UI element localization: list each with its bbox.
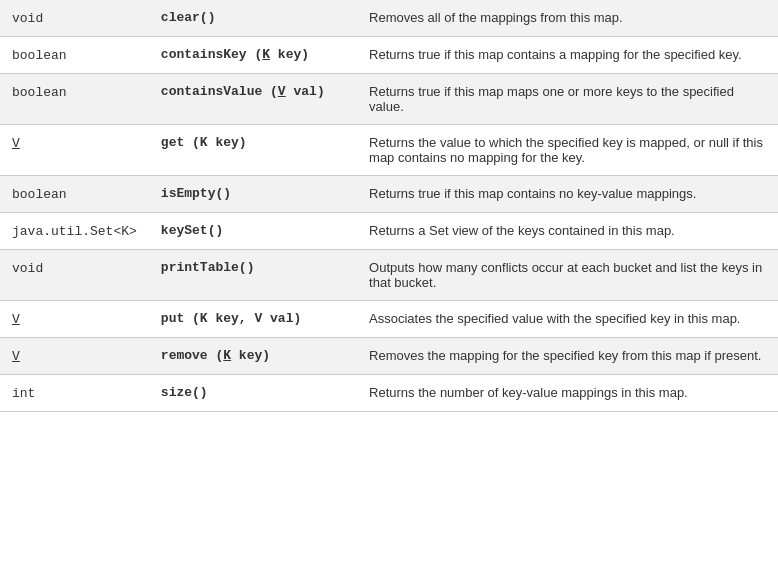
method-description: Removes the mapping for the specified ke… bbox=[357, 338, 778, 375]
table-row: java.util.Set<K>keySet()Returns a Set vi… bbox=[0, 213, 778, 250]
table-row: intsize()Returns the number of key-value… bbox=[0, 375, 778, 412]
return-type: boolean bbox=[0, 37, 149, 74]
table-row: voidclear()Removes all of the mappings f… bbox=[0, 0, 778, 37]
return-type: boolean bbox=[0, 74, 149, 125]
return-type: java.util.Set<K> bbox=[0, 213, 149, 250]
method-signature: get (K key) bbox=[149, 125, 357, 176]
table-row: Vput (K key, V val)Associates the specif… bbox=[0, 301, 778, 338]
method-description: Returns the value to which the specified… bbox=[357, 125, 778, 176]
table-row: booleancontainsKey (K key)Returns true i… bbox=[0, 37, 778, 74]
method-table: voidclear()Removes all of the mappings f… bbox=[0, 0, 778, 412]
return-type: void bbox=[0, 250, 149, 301]
method-description: Returns the number of key-value mappings… bbox=[357, 375, 778, 412]
return-type: V bbox=[0, 338, 149, 375]
method-signature: remove (K key) bbox=[149, 338, 357, 375]
method-description: Associates the specified value with the … bbox=[357, 301, 778, 338]
method-signature: printTable() bbox=[149, 250, 357, 301]
method-description: Outputs how many conflicts occur at each… bbox=[357, 250, 778, 301]
method-description: Returns true if this map contains no key… bbox=[357, 176, 778, 213]
table-row: voidprintTable()Outputs how many conflic… bbox=[0, 250, 778, 301]
method-signature: containsValue (V val) bbox=[149, 74, 357, 125]
table-row: booleancontainsValue (V val)Returns true… bbox=[0, 74, 778, 125]
method-signature: clear() bbox=[149, 0, 357, 37]
method-signature: keySet() bbox=[149, 213, 357, 250]
method-description: Returns a Set view of the keys contained… bbox=[357, 213, 778, 250]
return-type: V bbox=[0, 301, 149, 338]
method-description: Removes all of the mappings from this ma… bbox=[357, 0, 778, 37]
method-signature: containsKey (K key) bbox=[149, 37, 357, 74]
method-signature: put (K key, V val) bbox=[149, 301, 357, 338]
method-description: Returns true if this map maps one or mor… bbox=[357, 74, 778, 125]
method-signature: size() bbox=[149, 375, 357, 412]
method-description: Returns true if this map contains a mapp… bbox=[357, 37, 778, 74]
return-type: boolean bbox=[0, 176, 149, 213]
table-row: Vremove (K key)Removes the mapping for t… bbox=[0, 338, 778, 375]
method-signature: isEmpty() bbox=[149, 176, 357, 213]
table-row: booleanisEmpty()Returns true if this map… bbox=[0, 176, 778, 213]
return-type: V bbox=[0, 125, 149, 176]
return-type: int bbox=[0, 375, 149, 412]
table-row: Vget (K key)Returns the value to which t… bbox=[0, 125, 778, 176]
return-type: void bbox=[0, 0, 149, 37]
